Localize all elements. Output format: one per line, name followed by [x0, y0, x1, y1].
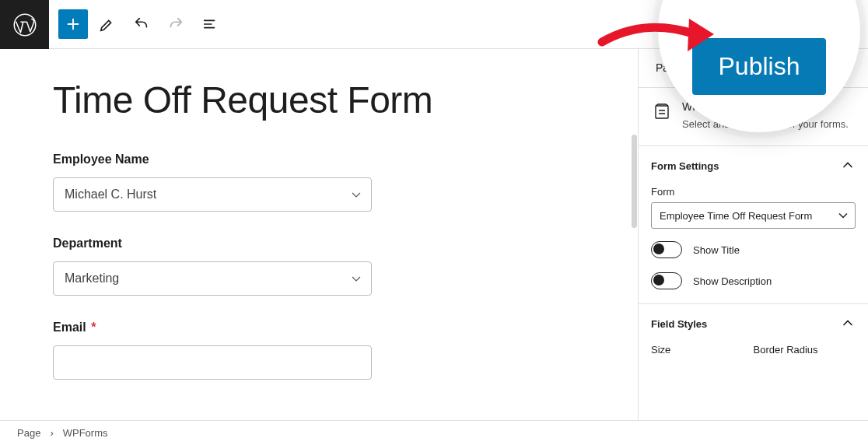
- field-label-email: Email *: [53, 321, 560, 335]
- department-select[interactable]: Marketing: [53, 261, 372, 296]
- editor-canvas: Time Off Request Form Employee Name Mich…: [0, 49, 638, 420]
- form-settings-title: Form Settings: [651, 160, 719, 172]
- show-title-toggle[interactable]: [651, 241, 682, 258]
- add-block-button[interactable]: [58, 9, 88, 39]
- annotation-arrow-icon: [596, 9, 720, 72]
- pencil-icon: [99, 16, 116, 33]
- employee-name-value: Michael C. Hurst: [65, 187, 156, 201]
- wordpress-logo[interactable]: [0, 0, 49, 49]
- breadcrumb-wpforms[interactable]: WPForms: [63, 427, 108, 439]
- breadcrumb-separator-icon: ›: [50, 427, 53, 439]
- required-asterisk: *: [91, 321, 96, 334]
- show-description-toggle[interactable]: [651, 272, 682, 289]
- list-icon: [201, 16, 219, 33]
- undo-icon: [133, 16, 150, 33]
- form-select-label: Form: [651, 186, 856, 198]
- form-settings-toggle[interactable]: Form Settings: [639, 146, 868, 186]
- wordpress-icon: [13, 13, 37, 37]
- field-styles-border-radius-label: Border Radius: [754, 344, 856, 356]
- field-styles-size-label: Size: [651, 344, 754, 356]
- redo-icon: [167, 16, 184, 33]
- form-settings-panel: Form Settings Form Employee Time Off Req…: [639, 146, 868, 304]
- field-styles-toggle[interactable]: Field Styles: [639, 304, 868, 344]
- breadcrumb-page[interactable]: Page: [17, 427, 40, 439]
- document-overview-button[interactable]: [195, 9, 225, 39]
- field-label-department: Department: [53, 237, 560, 251]
- field-styles-title: Field Styles: [651, 318, 707, 330]
- field-label-employee-name: Employee Name: [53, 152, 560, 166]
- edit-mode-button[interactable]: [93, 9, 122, 39]
- field-label-email-text: Email: [53, 321, 86, 334]
- redo-button[interactable]: [161, 9, 191, 39]
- field-styles-panel: Field Styles Size Border Radius: [639, 304, 868, 370]
- department-value: Marketing: [65, 272, 119, 286]
- show-title-label: Show Title: [693, 244, 740, 256]
- page-title[interactable]: Time Off Request Form: [53, 80, 560, 121]
- show-description-label: Show Description: [693, 275, 772, 287]
- svg-rect-1: [656, 106, 668, 118]
- plus-icon: [65, 16, 82, 33]
- employee-name-select[interactable]: Michael C. Hurst: [53, 177, 372, 212]
- breadcrumb: Page › WPForms: [0, 420, 868, 445]
- wpforms-block-icon: [651, 100, 673, 122]
- email-field[interactable]: [53, 345, 372, 380]
- editor-scrollbar-thumb[interactable]: [632, 135, 637, 228]
- chevron-up-icon: [840, 315, 856, 333]
- form-select-value: Employee Time Off Request Form: [660, 210, 812, 222]
- form-select[interactable]: Employee Time Off Request Form: [651, 202, 856, 229]
- chevron-up-icon: [840, 157, 856, 175]
- undo-button[interactable]: [127, 9, 156, 39]
